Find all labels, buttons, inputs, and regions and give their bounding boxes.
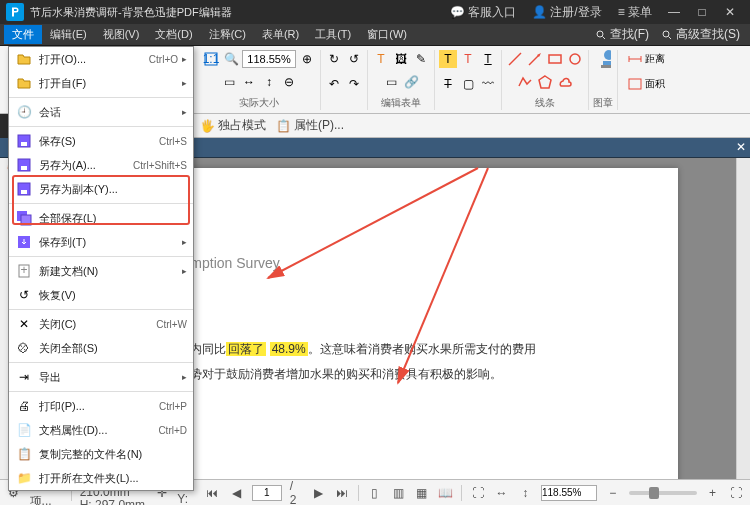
zoom-select[interactable] (541, 485, 597, 501)
text-select-icon[interactable]: T (439, 50, 457, 68)
zoom-plus-icon[interactable]: ⊕ (298, 50, 316, 68)
window-title: 节后水果消费调研-背景色迅捷PDF编辑器 (30, 5, 442, 20)
rect-icon[interactable] (546, 50, 564, 68)
menu-item-save-to[interactable]: 保存到(T)▸ (9, 230, 193, 254)
svg-point-10 (570, 54, 580, 64)
svg-text:1:1: 1:1 (203, 52, 219, 66)
fit-page-icon[interactable]: ⛶ (470, 485, 486, 501)
properties-button[interactable]: 📋属性(P)... (276, 117, 344, 134)
menu-item-save-copy[interactable]: 另存为副本(Y)... (9, 177, 193, 201)
fit-icon[interactable]: 1:1 (202, 50, 220, 68)
rotate-ccw-icon[interactable]: ↺ (345, 50, 363, 68)
menu-view[interactable]: 视图(V) (95, 25, 148, 44)
menu-file[interactable]: 文件 (4, 25, 42, 44)
rotate-cw-icon[interactable]: ↻ (325, 50, 343, 68)
page-height-icon[interactable]: ↕ (260, 73, 278, 91)
zoom-minus-icon[interactable]: ⊖ (280, 73, 298, 91)
zoom-out-icon[interactable]: − (605, 485, 621, 501)
ribbon-secondary: 🖐独占模式 📋属性(P)... (194, 114, 750, 138)
distance-icon[interactable]: 距离 (622, 50, 670, 68)
polygon-icon[interactable] (536, 73, 554, 91)
fit-height-icon[interactable]: ↕ (517, 485, 533, 501)
page-width-icon[interactable]: ↔ (240, 73, 258, 91)
menu-item-revert[interactable]: ↺恢复(V) (9, 283, 193, 307)
menu-item-open-folder[interactable]: 📁打开所在文件夹(L)... (9, 466, 193, 490)
menu-item-doc-props[interactable]: 📄文档属性(D)...Ctrl+D (9, 418, 193, 442)
customer-service-button[interactable]: 💬 客服入口 (442, 4, 524, 21)
zoom-in-status-icon[interactable]: + (705, 485, 721, 501)
area-icon[interactable]: 面积 (622, 75, 670, 93)
undo-icon[interactable]: ↶ (325, 75, 343, 93)
prev-page-icon[interactable]: ◀ (228, 485, 244, 501)
edit-pencil-icon[interactable]: ✎ (412, 50, 430, 68)
exclusive-mode-button[interactable]: 🖐独占模式 (200, 117, 266, 134)
layout-single-icon[interactable]: ▯ (367, 485, 383, 501)
menu-tools[interactable]: 工具(T) (307, 25, 359, 44)
edit-image-icon[interactable]: 🖼 (392, 50, 410, 68)
last-page-icon[interactable]: ⏭ (334, 485, 350, 501)
svg-rect-13 (603, 61, 611, 65)
ribbon-label-actual: 实际大小 (239, 96, 279, 110)
doc-paragraph: 最近一段时间内同比回落了 48.9%。这意味着消费者购买水果所需支付的费用 。这… (118, 337, 638, 386)
svg-rect-24 (21, 190, 27, 194)
first-page-icon[interactable]: ⏮ (205, 485, 221, 501)
fullscreen-icon[interactable]: ⛶ (728, 485, 744, 501)
menu-item-print[interactable]: 🖨打印(P)...Ctrl+P (9, 394, 193, 418)
close-tab-icon[interactable]: ✕ (736, 140, 746, 154)
arrow-icon[interactable] (526, 50, 544, 68)
cloud-icon[interactable] (556, 73, 574, 91)
page-fit-icon[interactable]: ▭ (220, 73, 238, 91)
edit-text-icon[interactable]: T (372, 50, 390, 68)
close-window-button[interactable]: ✕ (716, 5, 744, 19)
menu-item-session[interactable]: 🕘会话▸ (9, 100, 193, 124)
menu-item-save-as[interactable]: 另存为(A)...Ctrl+Shift+S (9, 153, 193, 177)
link-icon[interactable]: 🔗 (402, 73, 420, 91)
circle-icon[interactable] (566, 50, 584, 68)
highlight-icon[interactable]: T (459, 50, 477, 68)
ribbon-label-line: 线条 (535, 96, 555, 110)
ribbon-group-measure: 距离 面积 (618, 50, 674, 110)
menu-item-save-all[interactable]: 全部保存(L) (9, 206, 193, 230)
vertical-scrollbar[interactable] (736, 158, 750, 479)
maximize-button[interactable]: □ (688, 5, 716, 19)
line-icon[interactable] (506, 50, 524, 68)
find-button[interactable]: 查找(F) (589, 24, 655, 45)
main-menu-button[interactable]: ≡ 菜单 (610, 4, 660, 21)
menu-item-open-from[interactable]: 打开自(F)▸ (9, 71, 193, 95)
advanced-find-button[interactable]: 高级查找(S) (655, 24, 746, 45)
svg-line-3 (669, 36, 672, 39)
zoom-input[interactable] (242, 50, 296, 68)
menu-item-save[interactable]: 保存(S)Ctrl+S (9, 129, 193, 153)
wavy-icon[interactable]: 〰 (479, 75, 497, 93)
redo-icon[interactable]: ↷ (345, 75, 363, 93)
menu-item-close-all[interactable]: ⛒关闭全部(S) (9, 336, 193, 360)
menu-item-new-doc[interactable]: +新建文档(N)▸ (9, 259, 193, 283)
select-icon[interactable]: ▭ (382, 73, 400, 91)
menu-item-copy-filename[interactable]: 📋复制完整的文件名(N) (9, 442, 193, 466)
underline-icon[interactable]: T (479, 50, 497, 68)
register-login-button[interactable]: 👤 注册/登录 (524, 4, 610, 21)
menu-window[interactable]: 窗口(W) (359, 25, 415, 44)
menu-edit[interactable]: 编辑(E) (42, 25, 95, 44)
page-height-label: H: 297.0mm (80, 499, 146, 505)
page-number-input[interactable] (252, 485, 282, 501)
menu-item-open[interactable]: 打开(O)...Ctrl+O▸ (9, 47, 193, 71)
zoom-slider[interactable] (629, 491, 697, 495)
menu-document[interactable]: 文档(D) (147, 25, 200, 44)
menu-form[interactable]: 表单(R) (254, 25, 307, 44)
menu-item-export[interactable]: ⇥导出▸ (9, 365, 193, 389)
layout-book-icon[interactable]: 📖 (438, 485, 454, 501)
layout-continuous-icon[interactable]: ▥ (391, 485, 407, 501)
stamp-icon[interactable] (594, 50, 612, 68)
box-icon[interactable]: ▢ (459, 75, 477, 93)
fit-width-icon[interactable]: ↔ (494, 485, 510, 501)
polyline-icon[interactable] (516, 73, 534, 91)
menu-comment[interactable]: 注释(C) (201, 25, 254, 44)
zoom-in-icon[interactable]: 🔍 (222, 50, 240, 68)
next-page-icon[interactable]: ▶ (311, 485, 327, 501)
strikethrough-icon[interactable]: T (439, 75, 457, 93)
menu-item-close[interactable]: ✕关闭(C)Ctrl+W (9, 312, 193, 336)
layout-facing-icon[interactable]: ▦ (414, 485, 430, 501)
minimize-button[interactable]: — (660, 5, 688, 19)
svg-rect-18 (629, 79, 641, 89)
